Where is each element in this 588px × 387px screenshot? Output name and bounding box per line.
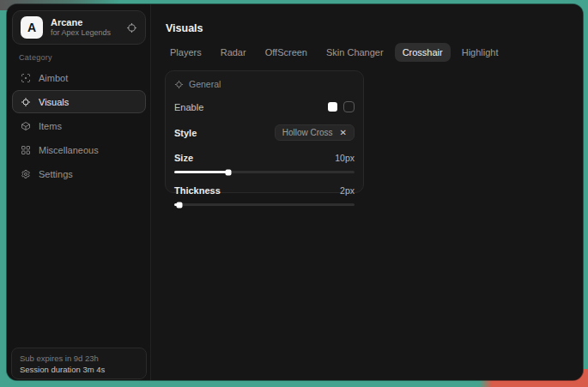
focus-icon [21, 97, 31, 107]
panel-header: General [174, 79, 355, 89]
sidebar-item-aimbot[interactable]: Aimbot [12, 66, 146, 89]
style-row: Style Hollow Cross ✕ [174, 124, 355, 141]
session-duration-text: Session duration 3m 4s [20, 365, 138, 374]
app-subtitle: for Apex Legends [51, 28, 126, 38]
size-label: Size [174, 153, 193, 163]
thickness-slider-thumb[interactable] [177, 202, 183, 208]
panel-title: General [189, 79, 221, 89]
tab-bar: Players Radar OffScreen Skin Changer Cro… [162, 43, 506, 62]
scan-icon [21, 73, 31, 83]
sidebar-item-label: Visuals [39, 97, 69, 107]
thickness-label: Thickness [174, 185, 221, 196]
page-title: Visuals [166, 22, 203, 34]
crosshair-icon[interactable] [126, 22, 137, 33]
size-slider[interactable] [174, 171, 355, 173]
sub-expiry-text: Sub expires in 9d 23h [20, 354, 138, 363]
style-value: Hollow Cross [282, 128, 333, 137]
brand-card: A Arcane for Apex Legends [12, 10, 146, 45]
enable-controls [328, 101, 355, 112]
style-label: Style [174, 128, 197, 138]
size-slider-thumb[interactable] [226, 169, 232, 175]
tab-offscreen[interactable]: OffScreen [258, 43, 315, 62]
tab-highlight[interactable]: Highlight [454, 43, 506, 62]
app-logo: A [21, 16, 43, 39]
enable-checkbox[interactable] [343, 101, 355, 112]
category-label: Category [19, 53, 52, 62]
grid-icon [21, 145, 31, 155]
tab-crosshair[interactable]: Crosshair [395, 43, 451, 62]
sidebar-item-label: Aimbot [39, 73, 68, 83]
gear-icon [21, 169, 31, 179]
size-slider-fill [174, 171, 228, 173]
app-title: Arcane [51, 17, 126, 28]
sidebar-item-label: Settings [39, 169, 73, 179]
tab-radar[interactable]: Radar [213, 43, 254, 62]
close-icon[interactable]: ✕ [340, 129, 347, 137]
sidebar-item-label: Miscellaneous [39, 145, 99, 155]
sidebar-item-label: Items [39, 121, 62, 131]
thickness-row: Thickness 2px [174, 185, 355, 196]
size-row: Size 10px [174, 153, 355, 163]
brand-text: Arcane for Apex Legends [51, 17, 126, 38]
thickness-slider[interactable] [174, 203, 355, 206]
color-swatch[interactable] [328, 102, 337, 112]
package-icon [21, 121, 31, 131]
sidebar: A Arcane for Apex Legends Category [7, 4, 151, 380]
app-window: A Arcane for Apex Legends Category [7, 4, 583, 380]
sidebar-nav: Aimbot Visuals Items [12, 66, 146, 185]
sidebar-item-visuals[interactable]: Visuals [12, 90, 146, 113]
size-value: 10px [335, 153, 355, 163]
thickness-value: 2px [340, 185, 355, 196]
enable-row: Enable [174, 101, 355, 112]
sidebar-item-items[interactable]: Items [12, 114, 146, 137]
crosshair-icon [174, 80, 184, 89]
sidebar-item-miscellaneous[interactable]: Miscellaneous [12, 138, 146, 161]
style-select[interactable]: Hollow Cross ✕ [275, 124, 355, 141]
main-content: Visuals Players Radar OffScreen Skin Cha… [151, 4, 583, 380]
subscription-card: Sub expires in 9d 23h Session duration 3… [11, 348, 147, 379]
tab-skin-changer[interactable]: Skin Changer [318, 43, 391, 62]
sidebar-item-settings[interactable]: Settings [12, 162, 146, 185]
enable-label: Enable [174, 102, 203, 112]
tab-players[interactable]: Players [162, 43, 209, 62]
general-panel: General Enable Style Hollow Cross ✕ [165, 70, 364, 193]
